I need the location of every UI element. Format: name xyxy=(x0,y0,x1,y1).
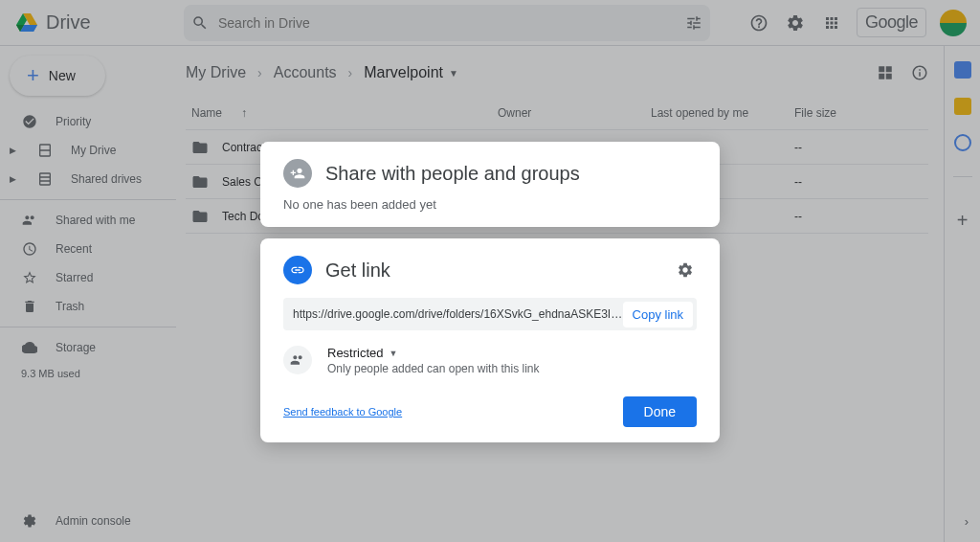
people-icon xyxy=(283,346,312,374)
copy-link-button[interactable]: Copy link xyxy=(623,302,693,327)
modal-overlay[interactable]: Share with people and groups No one has … xyxy=(0,0,980,542)
permission-row[interactable]: Restricted▼ Only people added can open w… xyxy=(283,346,697,375)
gear-icon[interactable] xyxy=(674,259,697,282)
permission-desc: Only people added can open with this lin… xyxy=(327,362,539,375)
done-button[interactable]: Done xyxy=(623,396,697,427)
share-modal: Share with people and groups No one has … xyxy=(260,142,720,227)
getlink-title: Get link xyxy=(325,260,390,282)
link-url[interactable]: https://drive.google.com/drive/folders/1… xyxy=(293,307,623,321)
get-link-modal: Get link https://drive.google.com/drive/… xyxy=(260,238,720,442)
link-row: https://drive.google.com/drive/folders/1… xyxy=(283,298,697,330)
share-subtitle: No one has been added yet xyxy=(283,197,697,212)
share-title: Share with people and groups xyxy=(325,163,580,185)
link-icon xyxy=(283,256,312,284)
dropdown-icon[interactable]: ▼ xyxy=(390,349,398,358)
feedback-link[interactable]: Send feedback to Google xyxy=(283,406,402,418)
person-add-icon xyxy=(283,159,312,188)
